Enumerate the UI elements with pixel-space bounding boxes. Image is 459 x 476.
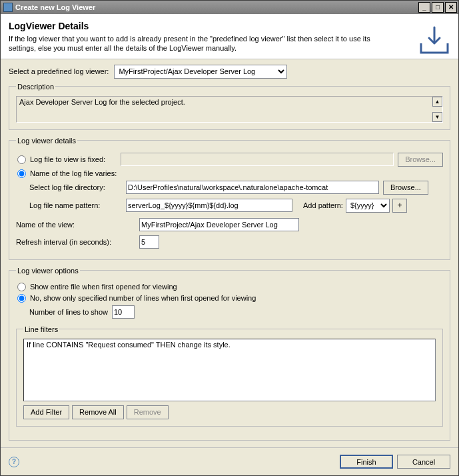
add-pattern-label: Add pattern: xyxy=(303,201,343,209)
add-filter-button[interactable]: Add Filter xyxy=(23,405,69,419)
finish-button[interactable]: Finish xyxy=(340,455,393,469)
pattern-input[interactable] xyxy=(126,199,292,212)
description-text: Ajax Developer Server Log for the select… xyxy=(19,98,185,106)
close-button[interactable]: ✕ xyxy=(445,2,457,13)
radio-fixed-row: Log file to view is fixed: Browse... xyxy=(16,153,443,167)
radio-entire-label: Show entire file when first opened for v… xyxy=(30,283,177,291)
directory-row: Select log file directory: Browse... xyxy=(29,181,443,195)
radio-partial[interactable] xyxy=(17,294,26,303)
lines-row: Number of lines to show xyxy=(16,305,443,319)
directory-label: Select log file directory: xyxy=(29,183,126,191)
refresh-label: Refresh interval (in seconds): xyxy=(16,238,139,246)
predefined-row: Select a predefined log viewer: MyFirstP… xyxy=(9,65,450,79)
remove-button: Remove xyxy=(127,405,169,419)
window-icon xyxy=(3,3,13,12)
pattern-row: Log file name pattern: Add pattern: ${yy… xyxy=(29,199,443,213)
options-legend: Log viewer options xyxy=(16,267,80,275)
view-name-label: Name of the view: xyxy=(16,221,139,229)
radio-varies-label: Name of the log file varies: xyxy=(30,169,117,177)
radio-varies[interactable] xyxy=(17,169,26,178)
radio-partial-row: No, show only specified number of lines … xyxy=(16,294,443,303)
predefined-label: Select a predefined log viewer: xyxy=(9,67,109,75)
view-name-input[interactable] xyxy=(139,218,299,231)
description-text-area: Ajax Developer Server Log for the select… xyxy=(16,96,443,123)
browse-fixed-button: Browse... xyxy=(398,153,443,167)
import-icon xyxy=(418,25,450,57)
radio-fixed[interactable] xyxy=(17,155,26,164)
filters-legend: Line filters xyxy=(23,325,59,333)
varies-sub-section: Select log file directory: Browse... Log… xyxy=(16,181,443,213)
radio-varies-row: Name of the log file varies: xyxy=(16,169,443,178)
details-legend: Log viewer details xyxy=(16,137,77,145)
radio-partial-label: No, show only specified number of lines … xyxy=(30,294,256,302)
window-title: Create new Log Viewer xyxy=(15,3,417,11)
browse-dir-button[interactable]: Browse... xyxy=(383,181,428,195)
filter-item[interactable]: If line CONTAINS "Request consumed" THEN… xyxy=(27,341,432,349)
radio-entire-row: Show entire file when first opened for v… xyxy=(16,283,443,291)
content-area: Select a predefined log viewer: MyFirstP… xyxy=(1,59,458,447)
maximize-button[interactable]: □ xyxy=(432,2,444,13)
description-legend: Description xyxy=(16,83,55,91)
options-fieldset: Log viewer options Show entire file when… xyxy=(9,267,450,441)
page-title: LogViewer Details xyxy=(9,21,450,31)
filters-fieldset: Line filters If line CONTAINS "Request c… xyxy=(16,325,443,427)
predefined-select[interactable]: MyFirstProject/Ajax Developer Server Log xyxy=(114,65,287,79)
view-name-row: Name of the view: xyxy=(16,218,443,231)
scroll-down-icon[interactable]: ▼ xyxy=(432,112,442,122)
dialog-window: Create new Log Viewer _ □ ✕ LogViewer De… xyxy=(0,0,459,476)
directory-input[interactable] xyxy=(126,181,379,194)
page-subtitle: If the log viewer that you want to add i… xyxy=(9,34,382,53)
header-section: LogViewer Details If the log viewer that… xyxy=(1,14,458,59)
add-pattern-button[interactable]: + xyxy=(392,199,407,213)
scroll-up-icon[interactable]: ▲ xyxy=(432,97,442,107)
radio-fixed-label: Log file to view is fixed: xyxy=(30,155,121,163)
lines-input[interactable] xyxy=(112,305,135,319)
lines-label: Number of lines to show xyxy=(29,308,108,316)
remove-all-button[interactable]: Remove All xyxy=(72,405,124,419)
minimize-button[interactable]: _ xyxy=(418,2,430,13)
cancel-button[interactable]: Cancel xyxy=(397,455,450,469)
radio-entire[interactable] xyxy=(17,283,26,291)
help-icon[interactable]: ? xyxy=(9,457,19,467)
filters-list[interactable]: If line CONTAINS "Request consumed" THEN… xyxy=(23,339,436,401)
footer: ? Finish Cancel xyxy=(1,447,458,475)
pattern-label: Log file name pattern: xyxy=(29,201,126,209)
fixed-path-input xyxy=(121,153,394,166)
refresh-input[interactable] xyxy=(139,235,159,249)
add-pattern-select[interactable]: ${yyyy} xyxy=(346,199,390,213)
titlebar: Create new Log Viewer _ □ ✕ xyxy=(1,1,458,14)
details-fieldset: Log viewer details Log file to view is f… xyxy=(9,137,450,260)
description-fieldset: Description Ajax Developer Server Log fo… xyxy=(9,83,450,130)
filters-button-row: Add Filter Remove All Remove xyxy=(23,405,436,419)
refresh-row: Refresh interval (in seconds): xyxy=(16,235,443,249)
